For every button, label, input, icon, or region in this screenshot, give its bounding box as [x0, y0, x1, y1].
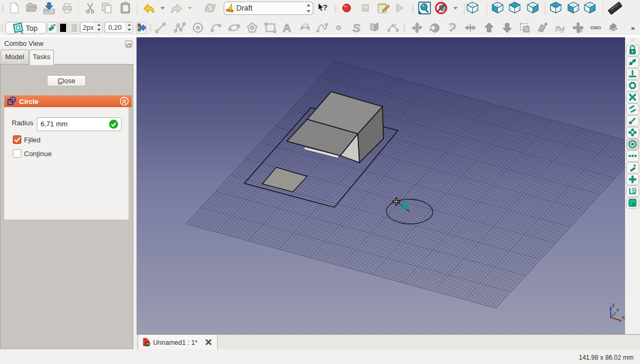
svg-text:Circle: Circle [19, 98, 38, 106]
svg-text:Unnamed1 : 1*: Unnamed1 : 1* [153, 339, 198, 346]
svg-text:A: A [283, 21, 291, 35]
svg-text:Draft: Draft [236, 4, 252, 12]
svg-text:0,20: 0,20 [108, 23, 122, 31]
svg-text:S: S [353, 21, 361, 35]
svg-text:10: 10 [303, 22, 308, 27]
svg-text:»: » [631, 24, 635, 32]
svg-text:Y: Y [616, 308, 619, 313]
svg-text:Z: Z [612, 303, 615, 308]
svg-text:?: ? [323, 3, 327, 12]
svg-text:2px: 2px [83, 23, 94, 31]
svg-text:Top: Top [26, 24, 38, 33]
